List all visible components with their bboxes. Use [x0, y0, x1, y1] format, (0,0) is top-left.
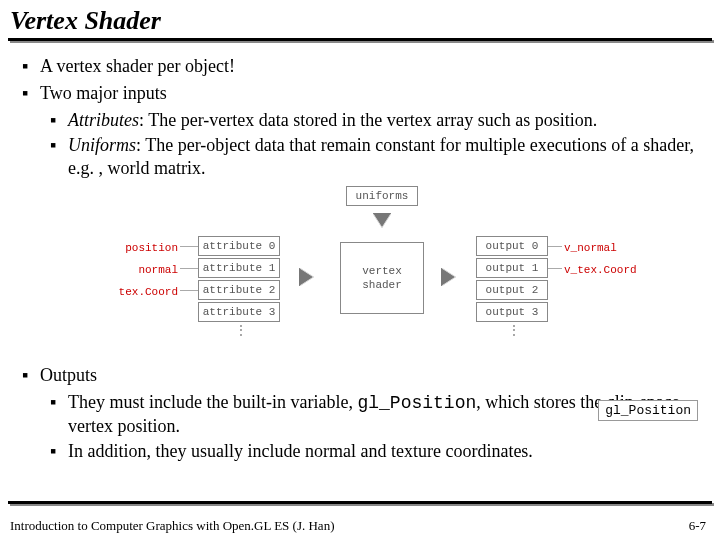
- bullet-3b-text: In addition, they usually include normal…: [68, 440, 698, 463]
- page-number: 6-7: [689, 518, 706, 534]
- connector: [180, 290, 198, 291]
- output-label-vtexcoord: v_tex.Coord: [564, 263, 637, 277]
- out-box-2: output 2: [476, 280, 548, 300]
- bullet-3: ▪ Outputs: [22, 364, 698, 387]
- input-label-position: position: [118, 241, 178, 255]
- connector: [180, 246, 198, 247]
- bullet-2a-text: Attributes: The per-vertex data stored i…: [68, 109, 698, 132]
- uniforms-rest: : The per-object data that remain consta…: [68, 135, 694, 178]
- bullet-2b: ▪ Uniforms: The per-object data that rem…: [50, 134, 698, 180]
- bullet-icon: ▪: [50, 109, 68, 132]
- arrow-down-icon: [373, 214, 391, 228]
- bullet-icon: ▪: [50, 134, 68, 180]
- input-label-texcoord: tex.Coord: [118, 285, 178, 299]
- output-label-vnormal: v_normal: [564, 241, 617, 255]
- bullet-icon: ▪: [50, 391, 68, 438]
- uniforms-box: uniforms: [346, 186, 418, 206]
- attr-box-0: attribute 0: [198, 236, 280, 256]
- input-label-normal: normal: [118, 263, 178, 277]
- attr-box-2: attribute 2: [198, 280, 280, 300]
- attributes-label: Attributes: [68, 110, 139, 130]
- footer-rule: [8, 501, 712, 504]
- bullet-2a: ▪ Attributes: The per-vertex data stored…: [50, 109, 698, 132]
- bullet-1: ▪ A vertex shader per object!: [22, 55, 698, 78]
- glposition-code: gl_Position: [357, 393, 476, 413]
- bullet-2b-text: Uniforms: The per-object data that remai…: [68, 134, 698, 180]
- bullet-3b: ▪ In addition, they usually include norm…: [50, 440, 698, 463]
- attributes-rest: : The per-vertex data stored in the vert…: [139, 110, 597, 130]
- out-box-3: output 3: [476, 302, 548, 322]
- bullet-icon: ▪: [50, 440, 68, 463]
- vertex-shader-box: vertex shader: [340, 242, 424, 314]
- shader-diagram: uniforms position normal tex.Coord attri…: [90, 186, 630, 358]
- vdots: ⋮: [235, 324, 249, 339]
- bullet-1-text: A vertex shader per object!: [40, 55, 698, 78]
- connector: [548, 268, 562, 269]
- connector: [548, 246, 562, 247]
- attr-box-1: attribute 1: [198, 258, 280, 278]
- bullet-2: ▪ Two major inputs: [22, 82, 698, 105]
- bullet-icon: ▪: [22, 55, 40, 78]
- out-box-0: output 0: [476, 236, 548, 256]
- bullet-3-text: Outputs: [40, 364, 698, 387]
- bullet-icon: ▪: [22, 82, 40, 105]
- footer-text: Introduction to Computer Graphics with O…: [10, 518, 334, 534]
- uniforms-label: Uniforms: [68, 135, 136, 155]
- attr-box-3: attribute 3: [198, 302, 280, 322]
- slide-title: Vertex Shader: [0, 0, 720, 38]
- arrow-right-icon: [300, 268, 314, 286]
- bullet-2-text: Two major inputs: [40, 82, 698, 105]
- arrow-right-icon: [442, 268, 456, 286]
- b3a-pre: They must include the built-in variable,: [68, 392, 357, 412]
- connector: [180, 268, 198, 269]
- out-box-1: output 1: [476, 258, 548, 278]
- vdots: ⋮: [508, 324, 522, 339]
- glposition-callout: gl_Position: [598, 400, 698, 421]
- bullet-icon: ▪: [22, 364, 40, 387]
